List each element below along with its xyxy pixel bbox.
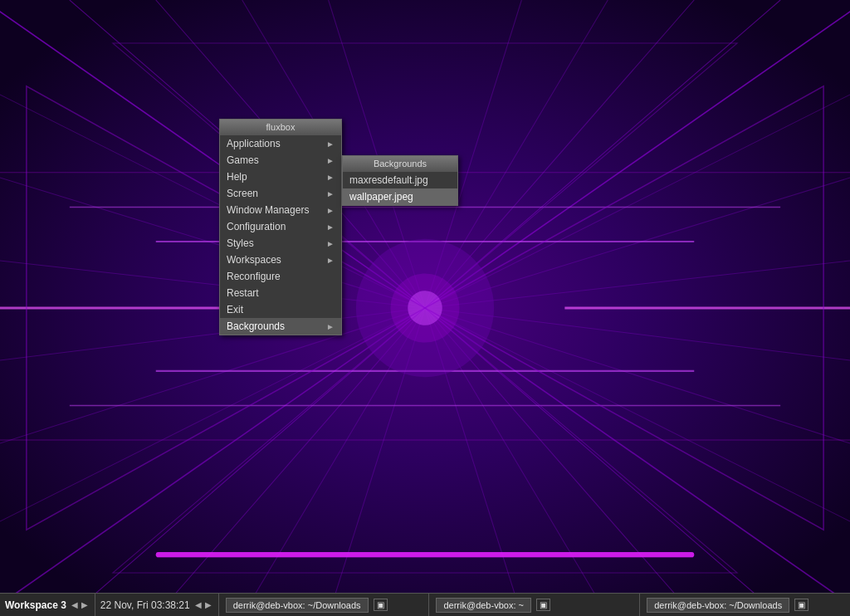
arrow-icon: ►: [326, 322, 335, 331]
desktop-background: [0, 0, 850, 616]
taskbar-terminal-2-icon[interactable]: ▣: [536, 599, 550, 611]
menu-title: fluxbox: [220, 120, 341, 135]
taskbar-dt-prev[interactable]: ◀: [195, 600, 202, 609]
menu-item-games[interactable]: Games ►: [220, 152, 341, 169]
taskbar-workspace-section[interactable]: Workspace 3 ◀ ▶: [0, 594, 95, 616]
taskbar-terminal-3[interactable]: derrik@deb-vbox: ~/Downloads: [647, 598, 789, 613]
submenu-backgrounds: Backgrounds maxresdefault.jpg wallpaper.…: [342, 155, 458, 206]
menu-item-backgrounds[interactable]: Backgrounds ►: [220, 318, 341, 335]
context-menu: fluxbox Applications ► Games ► Help ► Sc…: [219, 119, 342, 335]
taskbar-terminal-2-section[interactable]: derrik@deb-vbox: ~ ▣: [429, 594, 640, 616]
menu-item-window-managers[interactable]: Window Managers ►: [220, 202, 341, 218]
arrow-icon: ►: [326, 173, 335, 182]
taskbar-datetime: 22 Nov, Fri 03:38:21: [100, 599, 190, 611]
taskbar-terminal-1-icon[interactable]: ▣: [374, 599, 388, 611]
menu-item-configuration[interactable]: Configuration ►: [220, 218, 341, 235]
taskbar-workspace-label: Workspace 3: [5, 599, 66, 611]
svg-rect-51: [156, 552, 694, 557]
menu-item-screen[interactable]: Screen ►: [220, 185, 341, 202]
taskbar-datetime-section: 22 Nov, Fri 03:38:21 ◀ ▶: [95, 594, 219, 616]
menu-item-styles[interactable]: Styles ►: [220, 235, 341, 252]
taskbar-terminal-2[interactable]: derrik@deb-vbox: ~: [436, 598, 530, 613]
menu-item-reconfigure[interactable]: Reconfigure: [220, 268, 341, 285]
menu-item-applications[interactable]: Applications ►: [220, 135, 341, 152]
arrow-icon: ►: [326, 256, 335, 265]
arrow-icon: ►: [326, 156, 335, 165]
arrow-icon: ►: [326, 139, 335, 149]
taskbar-prev-arrow[interactable]: ◀: [71, 600, 78, 609]
menu-item-exit[interactable]: Exit: [220, 301, 341, 318]
arrow-icon: ►: [326, 222, 335, 232]
submenu-item-wallpaper[interactable]: wallpaper.jpeg: [343, 188, 457, 205]
menu-item-help[interactable]: Help ►: [220, 169, 341, 185]
arrow-icon: ►: [326, 239, 335, 248]
taskbar-next-arrow[interactable]: ▶: [81, 600, 88, 609]
taskbar: Workspace 3 ◀ ▶ 22 Nov, Fri 03:38:21 ◀ ▶…: [0, 593, 850, 616]
taskbar-dt-next[interactable]: ▶: [205, 600, 212, 609]
taskbar-terminal-3-section[interactable]: derrik@deb-vbox: ~/Downloads ▣: [640, 594, 850, 616]
arrow-icon: ►: [326, 206, 335, 215]
menu-item-workspaces[interactable]: Workspaces ►: [220, 252, 341, 268]
taskbar-terminal-1-section[interactable]: derrik@deb-vbox: ~/Downloads ▣: [219, 594, 430, 616]
menu-item-restart[interactable]: Restart: [220, 285, 341, 301]
taskbar-terminal-1[interactable]: derrik@deb-vbox: ~/Downloads: [226, 598, 369, 613]
submenu-title: Backgrounds: [343, 156, 457, 172]
taskbar-terminal-3-icon[interactable]: ▣: [794, 599, 808, 611]
arrow-icon: ►: [326, 189, 335, 198]
submenu-item-maxres[interactable]: maxresdefault.jpg: [343, 172, 457, 188]
